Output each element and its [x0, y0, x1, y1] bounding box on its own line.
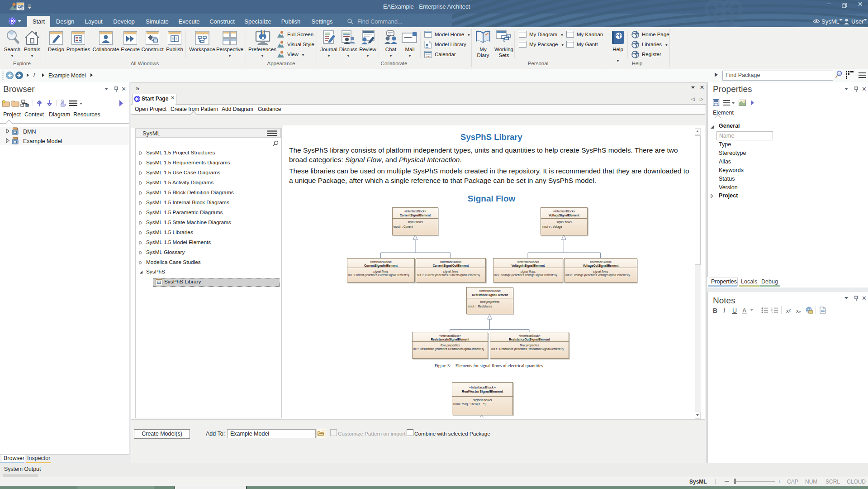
svg-text:3: 3 [771, 311, 773, 314]
